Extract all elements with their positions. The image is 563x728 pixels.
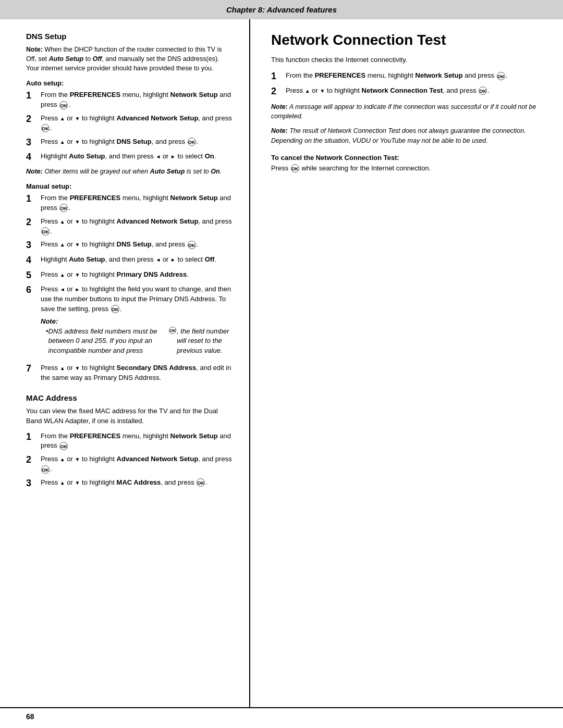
manual-step-6-num: 6 — [26, 285, 38, 296]
manual-step-2-num: 2 — [26, 217, 38, 228]
right-main-title: Network Connection Test — [271, 32, 542, 48]
right-step-2-num: 2 — [271, 86, 283, 97]
auto-step-4-content: Highlight Auto Setup, and then press or … — [41, 152, 234, 162]
cancel-label: To cancel the Network Connection Test: — [271, 154, 542, 162]
mac-step-2: 2 Press or to highlight Advanced Network… — [26, 454, 234, 474]
right-step-2-content: Press or to highlight Network Connection… — [286, 86, 542, 96]
step6-bullets: DNS address field numbers must be betwee… — [41, 327, 234, 356]
mac-address-intro: You can view the fixed MAC address for t… — [26, 406, 234, 426]
mac-step-1-num: 1 — [26, 431, 38, 443]
auto-step-1: 1 From the PREFERENCES menu, highlight N… — [26, 90, 234, 110]
auto-setup-steps: 1 From the PREFERENCES menu, highlight N… — [26, 90, 234, 163]
manual-step-7-num: 7 — [26, 363, 38, 375]
manual-step-3: 3 Press or to highlight DNS Setup, and p… — [26, 240, 234, 251]
auto-step-3-content: Press or to highlight DNS Setup, and pre… — [41, 137, 234, 147]
chapter-header-text: Chapter 8: Advanced features — [226, 5, 337, 14]
auto-setup-label: Auto setup: — [26, 79, 234, 87]
step6-note: Note: DNS address field numbers must be … — [41, 317, 234, 356]
auto-step-2-content: Press or to highlight Advanced Network S… — [41, 114, 234, 133]
left-column: DNS Setup Note: When the DHCP function o… — [0, 19, 250, 707]
right-steps: 1 From the PREFERENCES menu, highlight N… — [271, 71, 542, 97]
manual-step-6-content: Press or to highlight the field you want… — [41, 285, 234, 360]
mac-step-1: 1 From the PREFERENCES menu, highlight N… — [26, 431, 234, 451]
dns-note-bold1: Auto Setup — [49, 55, 84, 63]
mac-address-steps: 1 From the PREFERENCES menu, highlight N… — [26, 431, 234, 489]
manual-setup-steps: 1 From the PREFERENCES menu, highlight N… — [26, 193, 234, 383]
page-number: 68 — [26, 712, 34, 721]
manual-step-4-content: Highlight Auto Setup, and then press or … — [41, 255, 234, 265]
manual-setup-label: Manual setup: — [26, 182, 234, 190]
right-intro: This function checks the Internet connec… — [271, 56, 542, 64]
mac-step-3-num: 3 — [26, 478, 38, 489]
mac-step-1-content: From the PREFERENCES menu, highlight Net… — [41, 431, 234, 451]
manual-step-1-num: 1 — [26, 193, 38, 205]
dns-note: Note: When the DHCP function of the rout… — [26, 45, 234, 73]
manual-step-6: 6 Press or to highlight the field you wa… — [26, 285, 234, 360]
manual-step-5-content: Press or to highlight Primary DNS Addres… — [41, 270, 234, 280]
manual-step-1-content: From the PREFERENCES menu, highlight Net… — [41, 193, 234, 213]
auto-step-1-content: From the PREFERENCES menu, highlight Net… — [41, 90, 234, 110]
manual-step-5-num: 5 — [26, 270, 38, 281]
auto-step-3-num: 3 — [26, 137, 38, 149]
right-step-1-content: From the PREFERENCES menu, highlight Net… — [286, 71, 542, 81]
dns-note-text2: to — [83, 55, 92, 63]
auto-note: Note: Other items will be grayed out whe… — [26, 167, 234, 176]
manual-step-1: 1 From the PREFERENCES menu, highlight N… — [26, 193, 234, 213]
right-step-1: 1 From the PREFERENCES menu, highlight N… — [271, 71, 542, 82]
right-column: Network Connection Test This function ch… — [250, 19, 563, 707]
manual-step-5: 5 Press or to highlight Primary DNS Addr… — [26, 270, 234, 281]
right-note1-text: A message will appear to indicate if the… — [271, 103, 536, 120]
auto-step-2-num: 2 — [26, 114, 38, 125]
cancel-text: Press OK while searching for the Interne… — [271, 164, 542, 174]
auto-step-4: 4 Highlight Auto Setup, and then press o… — [26, 152, 234, 163]
manual-step-7-content: Press or to highlight Secondary DNS Addr… — [41, 363, 234, 383]
right-note2: Note: The result of Network Connection T… — [271, 126, 542, 145]
manual-step-2-content: Press or to highlight Advanced Network S… — [41, 217, 234, 237]
auto-note-body: Other items will be grayed out when Auto… — [43, 168, 222, 175]
manual-step-2: 2 Press or to highlight Advanced Network… — [26, 217, 234, 237]
auto-step-4-num: 4 — [26, 152, 38, 163]
right-note2-label: Note: — [271, 127, 288, 134]
manual-step-3-content: Press or to highlight DNS Setup, and pre… — [41, 240, 234, 250]
page-number-area: 68 — [0, 707, 563, 728]
auto-note-label: Note: — [26, 168, 43, 175]
chapter-header: Chapter 8: Advanced features — [0, 0, 563, 19]
right-note1-label: Note: — [271, 103, 288, 110]
right-step-1-num: 1 — [271, 71, 283, 82]
manual-step-4-num: 4 — [26, 255, 38, 266]
right-note1: Note: A message will appear to indicate … — [271, 102, 542, 121]
mac-step-2-content: Press or to highlight Advanced Network S… — [41, 454, 234, 474]
manual-step-4: 4 Highlight Auto Setup, and then press o… — [26, 255, 234, 266]
mac-step-3: 3 Press or to highlight MAC Address, and… — [26, 478, 234, 489]
right-note2-text: The result of Network Connection Test do… — [271, 127, 526, 144]
auto-step-1-num: 1 — [26, 90, 38, 102]
right-step-2: 2 Press or to highlight Network Connecti… — [271, 86, 542, 97]
cancel-section: To cancel the Network Connection Test: P… — [271, 154, 542, 174]
content-area: DNS Setup Note: When the DHCP function o… — [0, 19, 563, 707]
dns-note-label: Note: — [26, 46, 43, 53]
dns-note-bold2: Off — [93, 55, 102, 63]
page: Chapter 8: Advanced features DNS Setup N… — [0, 0, 563, 728]
mac-step-2-num: 2 — [26, 454, 38, 466]
mac-address-title: MAC Address — [26, 393, 234, 402]
mac-step-3-content: Press or to highlight MAC Address, and p… — [41, 478, 234, 488]
auto-step-3: 3 Press or to highlight DNS Setup, and p… — [26, 137, 234, 149]
manual-step-7: 7 Press or to highlight Secondary DNS Ad… — [26, 363, 234, 383]
manual-step-3-num: 3 — [26, 240, 38, 251]
dns-setup-title: DNS Setup — [26, 32, 234, 41]
auto-step-2: 2 Press or to highlight Advanced Network… — [26, 114, 234, 133]
step6-bullet1: DNS address field numbers must be betwee… — [46, 327, 234, 356]
